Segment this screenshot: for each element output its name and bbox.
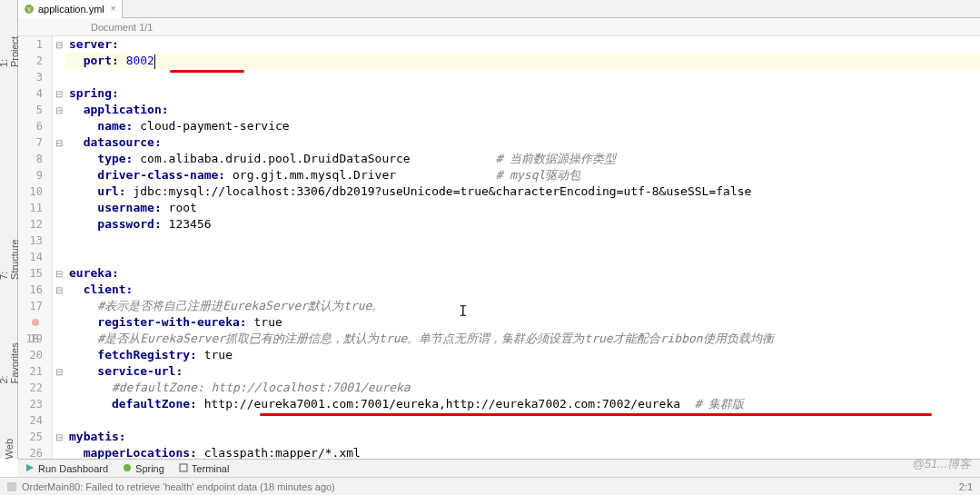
code-area[interactable]: I server: port: 8002spring: application:… — [65, 36, 980, 459]
fold-toggle[interactable]: ⊟ — [53, 429, 65, 445]
line-number[interactable]: 18 — [18, 314, 43, 331]
fold-toggle — [53, 298, 65, 314]
line-number[interactable]: 25 — [18, 429, 43, 445]
line-number[interactable]: 11 — [18, 200, 43, 216]
fold-toggle — [53, 69, 65, 85]
annotation-underline — [170, 70, 244, 73]
code-line[interactable]: server: — [65, 36, 980, 53]
svg-rect-5 — [7, 482, 16, 491]
editor-area[interactable]: 1234567891011121314151617 18192021222324… — [18, 36, 980, 459]
fold-toggle[interactable]: ⊟ — [53, 36, 65, 53]
line-number[interactable]: 12 — [18, 216, 43, 233]
code-line[interactable]: fetchRegistry: true — [65, 347, 980, 363]
line-number[interactable]: 23 — [18, 396, 43, 412]
yml-file-icon: Y — [24, 4, 35, 15]
tool-web[interactable]: Web — [4, 439, 15, 459]
line-number[interactable]: 26 — [18, 445, 43, 459]
line-number[interactable]: 5 — [18, 102, 43, 118]
code-line[interactable]: register-with-eureka: true — [65, 314, 980, 331]
bottom-tool-bar: Run Dashboard Spring Terminal — [18, 459, 980, 477]
code-line[interactable]: eureka: — [65, 265, 980, 282]
fold-toggle[interactable]: ⊟ — [53, 134, 65, 151]
fold-toggle — [53, 380, 65, 396]
close-tab-icon[interactable]: × — [111, 4, 116, 14]
code-line[interactable]: name: cloud-payment-service — [65, 118, 980, 134]
status-bar: OrderMain80: Failed to retrieve 'health'… — [0, 477, 980, 495]
fold-toggle — [53, 53, 65, 69]
fold-toggle — [53, 216, 65, 233]
line-number[interactable]: 19 — [18, 331, 43, 347]
tool-project[interactable]: 1: Project — [0, 27, 20, 67]
status-warning-icon — [7, 482, 16, 491]
play-icon — [25, 463, 35, 474]
code-line[interactable] — [65, 249, 980, 265]
editor-tab-application-yml[interactable]: Y application.yml × — [18, 0, 123, 18]
code-line[interactable]: mapperLocations: classpath:mapper/*.xml — [65, 445, 980, 459]
line-number[interactable]: 2 — [18, 53, 43, 69]
fold-toggle — [53, 118, 65, 134]
code-line[interactable]: #defaultZone: http://localhost:7001/eure… — [65, 380, 980, 396]
line-number[interactable]: 9 — [18, 167, 43, 183]
line-number[interactable]: 14 — [18, 249, 43, 265]
line-number[interactable]: 21 — [18, 363, 43, 380]
fold-toggle[interactable]: ⊟ — [53, 265, 65, 282]
line-number[interactable]: 17 — [18, 298, 43, 314]
line-number[interactable]: 8 — [18, 151, 43, 167]
spring-icon — [123, 463, 132, 474]
annotation-underline — [260, 413, 932, 416]
tool-terminal[interactable]: Terminal — [179, 463, 230, 474]
code-line[interactable]: url: jdbc:mysql://localhost:3306/db2019?… — [65, 183, 980, 200]
line-number[interactable]: 16 — [18, 282, 43, 298]
fold-toggle — [53, 396, 65, 412]
code-line[interactable]: client: — [65, 282, 980, 298]
code-line[interactable]: #是否从EurekaServer抓取已有的注册信息，默认为true。单节点无所谓… — [65, 331, 980, 347]
line-number[interactable]: 20 — [18, 347, 43, 363]
terminal-icon — [179, 463, 188, 474]
svg-marker-2 — [26, 464, 34, 471]
line-number-gutter[interactable]: 1234567891011121314151617 18192021222324… — [18, 36, 53, 459]
tab-filename: application.yml — [38, 4, 104, 15]
code-line[interactable]: application: — [65, 102, 980, 118]
code-line[interactable]: datasource: — [65, 134, 980, 151]
svg-text:Y: Y — [27, 6, 32, 13]
line-number[interactable]: 22 — [18, 380, 43, 396]
fold-toggle[interactable]: ⊟ — [53, 363, 65, 380]
line-number[interactable]: 15 — [18, 265, 43, 282]
tool-run-dashboard[interactable]: Run Dashboard — [25, 463, 108, 474]
fold-gutter[interactable]: ⊟⊟⊟⊟⊟⊟⊟⊟ — [53, 36, 65, 459]
line-number[interactable]: 24 — [18, 412, 43, 429]
line-number[interactable]: 6 — [18, 118, 43, 134]
tool-favorites[interactable]: 2: Favorites — [0, 334, 20, 384]
code-line[interactable]: mybatis: — [65, 429, 980, 445]
status-message: OrderMain80: Failed to retrieve 'health'… — [22, 481, 335, 492]
code-line[interactable] — [65, 233, 980, 249]
code-line[interactable]: #表示是否将自己注册进EurekaServer默认为true。 — [65, 298, 980, 314]
breakpoint-icon[interactable] — [32, 319, 39, 326]
line-number[interactable]: 1 — [18, 36, 43, 53]
line-number[interactable]: 3 — [18, 69, 43, 85]
code-line[interactable]: spring: — [65, 85, 980, 102]
svg-rect-4 — [180, 464, 187, 471]
code-line[interactable]: service-url: — [65, 363, 980, 380]
fold-toggle[interactable]: ⊟ — [53, 282, 65, 298]
line-number[interactable]: 13 — [18, 233, 43, 249]
left-tool-sidebar: 1: Project 7: Structure 2: Favorites Web — [0, 0, 18, 459]
status-caret-position: 2:1 — [959, 481, 973, 492]
code-line[interactable]: username: root — [65, 200, 980, 216]
code-line[interactable]: port: 8002 — [65, 53, 980, 69]
code-line[interactable]: password: 123456 — [65, 216, 980, 233]
fold-toggle — [53, 331, 65, 347]
line-number[interactable]: 4 — [18, 85, 43, 102]
fold-toggle — [53, 347, 65, 363]
tool-spring[interactable]: Spring — [123, 463, 164, 474]
fold-toggle[interactable]: ⊟ — [53, 102, 65, 118]
fold-toggle — [53, 412, 65, 429]
code-line[interactable]: driver-class-name: org.gjt.mm.mysql.Driv… — [65, 167, 980, 183]
line-number[interactable]: 10 — [18, 183, 43, 200]
line-number[interactable]: 7 — [18, 134, 43, 151]
code-line[interactable]: type: com.alibaba.druid.pool.DruidDataSo… — [65, 151, 980, 167]
fold-toggle — [53, 167, 65, 183]
tool-structure[interactable]: 7: Structure — [0, 231, 20, 280]
fold-toggle[interactable]: ⊟ — [53, 85, 65, 102]
code-line[interactable]: defaultZone: http://eureka7001.com:7001/… — [65, 396, 980, 412]
